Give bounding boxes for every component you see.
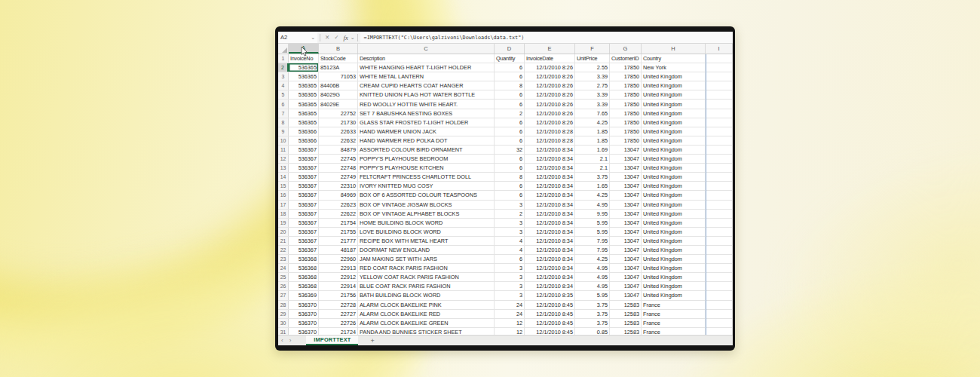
cell-H15[interactable]: United Kingdom bbox=[642, 182, 706, 190]
cell-D21[interactable]: 4 bbox=[495, 237, 525, 245]
cell-G18[interactable]: 13047 bbox=[610, 210, 642, 218]
cell-E31[interactable]: 12/1/2010 8:45 bbox=[525, 328, 575, 335]
cell-D6[interactable]: 6 bbox=[495, 100, 525, 108]
row-header-7[interactable]: 7 bbox=[278, 109, 289, 118]
cell-E4[interactable]: 12/1/2010 8:26 bbox=[525, 81, 575, 90]
cell-H6[interactable]: United Kingdom bbox=[642, 100, 706, 108]
cell-C30[interactable]: ALARM CLOCK BAKELIKE GREEN bbox=[358, 319, 495, 327]
cell-I3[interactable] bbox=[706, 72, 733, 81]
cell-F28[interactable]: 3.75 bbox=[575, 301, 610, 309]
row-header-11[interactable]: 11 bbox=[278, 146, 289, 154]
cell-C22[interactable]: DOORMAT NEW ENGLAND bbox=[358, 246, 495, 254]
cell-D30[interactable]: 12 bbox=[495, 319, 525, 327]
cell-B12[interactable]: 22745 bbox=[319, 155, 358, 163]
cell-D1[interactable]: Quantity bbox=[495, 54, 525, 63]
cell-H13[interactable]: United Kingdom bbox=[642, 164, 706, 172]
cell-E13[interactable]: 12/1/2010 8:34 bbox=[525, 164, 575, 172]
cell-A11[interactable]: 536367 bbox=[289, 146, 319, 154]
cell-I30[interactable] bbox=[706, 319, 733, 327]
row-header-10[interactable]: 10 bbox=[278, 136, 289, 145]
cell-D2[interactable]: 6 bbox=[495, 63, 525, 72]
cell-G15[interactable]: 13047 bbox=[610, 182, 642, 190]
row-header-13[interactable]: 13 bbox=[278, 164, 289, 172]
cell-I28[interactable] bbox=[706, 301, 733, 309]
cell-C23[interactable]: JAM MAKING SET WITH JARS bbox=[358, 255, 495, 263]
cell-C16[interactable]: BOX OF 6 ASSORTED COLOUR TEASPOONS bbox=[358, 191, 495, 199]
cell-A31[interactable]: 536370 bbox=[289, 328, 319, 335]
cell-F11[interactable]: 1.69 bbox=[575, 146, 610, 154]
cell-A6[interactable]: 536365 bbox=[289, 100, 319, 108]
cell-H23[interactable]: United Kingdom bbox=[642, 255, 706, 263]
row-header-21[interactable]: 21 bbox=[278, 237, 289, 245]
cell-F3[interactable]: 3.39 bbox=[575, 72, 610, 81]
cell-C28[interactable]: ALARM CLOCK BAKELIKE PINK bbox=[358, 301, 495, 309]
cell-D15[interactable]: 6 bbox=[495, 182, 525, 190]
cell-E24[interactable]: 12/1/2010 8:34 bbox=[525, 264, 575, 272]
cell-H29[interactable]: France bbox=[642, 310, 706, 318]
cell-G25[interactable]: 13047 bbox=[610, 273, 642, 281]
cell-D13[interactable]: 6 bbox=[495, 164, 525, 172]
cell-E23[interactable]: 12/1/2010 8:34 bbox=[525, 255, 575, 263]
cell-A18[interactable]: 536367 bbox=[289, 210, 319, 218]
cell-A23[interactable]: 536368 bbox=[289, 255, 319, 263]
cell-E14[interactable]: 12/1/2010 8:34 bbox=[525, 173, 575, 181]
cell-B19[interactable]: 21754 bbox=[319, 219, 358, 227]
row-header-2[interactable]: 2 bbox=[278, 63, 289, 72]
cell-I26[interactable] bbox=[706, 282, 733, 290]
cell-G4[interactable]: 17850 bbox=[610, 81, 642, 90]
cell-G21[interactable]: 13047 bbox=[610, 237, 642, 245]
row-header-12[interactable]: 12 bbox=[278, 155, 289, 163]
cell-D19[interactable]: 3 bbox=[495, 219, 525, 227]
cell-A15[interactable]: 536367 bbox=[289, 182, 319, 190]
cell-A12[interactable]: 536367 bbox=[289, 155, 319, 163]
cell-H19[interactable]: United Kingdom bbox=[642, 219, 706, 227]
cell-E12[interactable]: 12/1/2010 8:34 bbox=[525, 155, 575, 163]
cell-F23[interactable]: 4.25 bbox=[575, 255, 610, 263]
cell-H24[interactable]: United Kingdom bbox=[642, 264, 706, 272]
cell-H28[interactable]: France bbox=[642, 301, 706, 309]
cell-A26[interactable]: 536368 bbox=[289, 282, 319, 290]
cell-A4[interactable]: 536365 bbox=[289, 81, 319, 90]
cell-B22[interactable]: 48187 bbox=[319, 246, 358, 254]
row-header-5[interactable]: 5 bbox=[278, 90, 289, 99]
column-header-D[interactable]: D bbox=[495, 44, 525, 54]
cell-H11[interactable]: United Kingdom bbox=[642, 146, 706, 154]
cell-D9[interactable]: 6 bbox=[495, 127, 525, 136]
cell-B2[interactable]: 85123A bbox=[319, 63, 358, 72]
cell-I18[interactable] bbox=[706, 210, 733, 218]
cell-F21[interactable]: 7.95 bbox=[575, 237, 610, 245]
cell-I6[interactable] bbox=[706, 100, 733, 108]
cell-C11[interactable]: ASSORTED COLOUR BIRD ORNAMENT bbox=[358, 146, 495, 154]
cell-D26[interactable]: 3 bbox=[495, 282, 525, 290]
cell-C26[interactable]: BLUE COAT RACK PARIS FASHION bbox=[358, 282, 495, 290]
cell-B18[interactable]: 22622 bbox=[319, 210, 358, 218]
cell-D31[interactable]: 12 bbox=[495, 328, 525, 335]
name-box[interactable]: A2 ⌄ bbox=[278, 32, 317, 43]
cell-C18[interactable]: BOX OF VINTAGE ALPHABET BLOCKS bbox=[358, 210, 495, 218]
cell-C7[interactable]: SET 7 BABUSHKA NESTING BOXES bbox=[358, 109, 495, 118]
cell-A16[interactable]: 536367 bbox=[289, 191, 319, 199]
cell-E27[interactable]: 12/1/2010 8:35 bbox=[525, 291, 575, 299]
cell-F10[interactable]: 1.85 bbox=[575, 136, 610, 145]
cell-C21[interactable]: RECIPE BOX WITH METAL HEART bbox=[358, 237, 495, 245]
cell-D14[interactable]: 8 bbox=[495, 173, 525, 181]
cell-A21[interactable]: 536367 bbox=[289, 237, 319, 245]
row-header-17[interactable]: 17 bbox=[278, 201, 289, 209]
cell-I15[interactable] bbox=[706, 182, 733, 190]
cell-C24[interactable]: RED COAT RACK PARIS FASHION bbox=[358, 264, 495, 272]
cell-G8[interactable]: 17850 bbox=[610, 118, 642, 127]
cell-D22[interactable]: 4 bbox=[495, 246, 525, 254]
cell-E8[interactable]: 12/1/2010 8:26 bbox=[525, 118, 575, 127]
cell-G5[interactable]: 17850 bbox=[610, 90, 642, 99]
row-header-22[interactable]: 22 bbox=[278, 246, 289, 254]
cell-G28[interactable]: 12583 bbox=[610, 301, 642, 309]
cell-C20[interactable]: LOVE BUILDING BLOCK WORD bbox=[358, 228, 495, 236]
cell-H4[interactable]: United Kingdom bbox=[642, 81, 706, 90]
column-header-C[interactable]: C bbox=[358, 44, 495, 54]
cell-A8[interactable]: 536365 bbox=[289, 118, 319, 127]
row-header-6[interactable]: 6 bbox=[278, 100, 289, 108]
cell-C31[interactable]: PANDA AND BUNNIES STICKER SHEET bbox=[358, 328, 495, 335]
cell-D27[interactable]: 3 bbox=[495, 291, 525, 299]
cell-F6[interactable]: 3.39 bbox=[575, 100, 610, 108]
cell-E2[interactable]: 12/1/2010 8:26 bbox=[525, 63, 575, 72]
